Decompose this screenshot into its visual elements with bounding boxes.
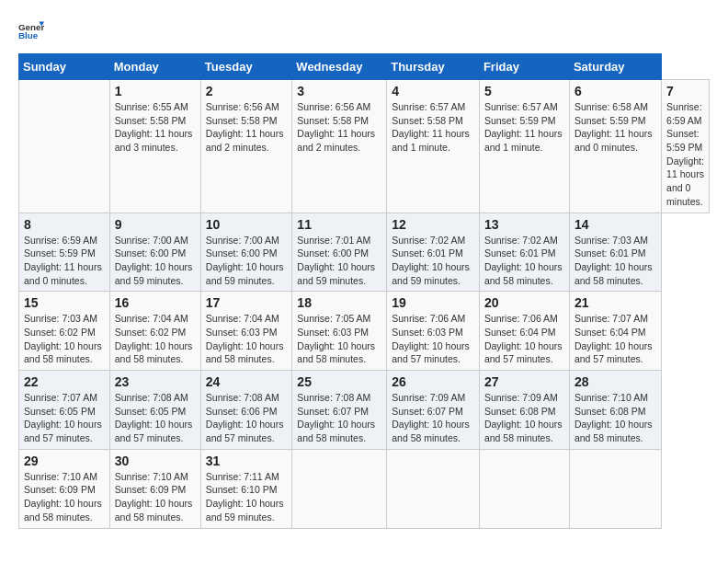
calendar-week-row: 29Sunrise: 7:10 AMSunset: 6:09 PMDayligh… — [19, 449, 710, 528]
day-number: 17 — [206, 295, 288, 310]
calendar-cell — [19, 80, 110, 213]
calendar-cell: 10Sunrise: 7:00 AMSunset: 6:00 PMDayligh… — [200, 213, 292, 292]
day-number: 18 — [297, 295, 381, 310]
day-info: Sunrise: 6:57 AMSunset: 5:58 PMDaylight:… — [392, 100, 474, 155]
calendar-cell: 18Sunrise: 7:05 AMSunset: 6:03 PMDayligh… — [292, 292, 387, 371]
day-number: 31 — [206, 454, 288, 468]
day-info: Sunrise: 7:10 AMSunset: 6:09 PMDaylight:… — [24, 470, 105, 524]
day-info: Sunrise: 7:09 AMSunset: 6:08 PMDaylight:… — [484, 391, 564, 445]
column-header-thursday: Thursday — [387, 54, 480, 80]
calendar-cell: 28Sunrise: 7:10 AMSunset: 6:08 PMDayligh… — [569, 371, 661, 450]
calendar-cell: 23Sunrise: 7:08 AMSunset: 6:05 PMDayligh… — [109, 371, 200, 450]
calendar-cell: 11Sunrise: 7:01 AMSunset: 6:00 PMDayligh… — [292, 213, 387, 292]
calendar-cell: 25Sunrise: 7:08 AMSunset: 6:07 PMDayligh… — [292, 371, 387, 450]
calendar-week-row: 22Sunrise: 7:07 AMSunset: 6:05 PMDayligh… — [19, 371, 710, 450]
day-info: Sunrise: 7:02 AMSunset: 6:01 PMDaylight:… — [392, 234, 474, 288]
calendar-cell: 19Sunrise: 7:06 AMSunset: 6:03 PMDayligh… — [387, 292, 480, 371]
calendar-table: SundayMondayTuesdayWednesdayThursdayFrid… — [18, 53, 710, 529]
day-info: Sunrise: 6:55 AMSunset: 5:58 PMDaylight:… — [115, 100, 196, 155]
day-info: Sunrise: 7:03 AMSunset: 6:01 PMDaylight:… — [574, 234, 656, 288]
svg-text:Blue: Blue — [18, 30, 39, 40]
calendar-cell: 22Sunrise: 7:07 AMSunset: 6:05 PMDayligh… — [19, 371, 110, 450]
day-info: Sunrise: 7:00 AMSunset: 6:00 PMDaylight:… — [206, 234, 288, 288]
day-number: 16 — [115, 295, 196, 310]
calendar-cell: 30Sunrise: 7:10 AMSunset: 6:09 PMDayligh… — [109, 449, 200, 528]
day-number: 13 — [484, 217, 564, 232]
calendar-week-row: 1Sunrise: 6:55 AMSunset: 5:58 PMDaylight… — [19, 80, 710, 213]
day-info: Sunrise: 6:56 AMSunset: 5:58 PMDaylight:… — [206, 100, 288, 155]
calendar-cell: 7Sunrise: 6:59 AMSunset: 5:59 PMDaylight… — [662, 80, 710, 213]
day-number: 4 — [392, 84, 474, 98]
calendar-cell: 24Sunrise: 7:08 AMSunset: 6:06 PMDayligh… — [200, 371, 292, 450]
calendar-cell — [387, 449, 480, 528]
calendar-cell: 14Sunrise: 7:03 AMSunset: 6:01 PMDayligh… — [569, 213, 661, 292]
day-number: 22 — [24, 374, 105, 389]
day-info: Sunrise: 6:59 AMSunset: 5:59 PMDaylight:… — [24, 234, 105, 288]
day-number: 19 — [392, 295, 474, 310]
column-header-tuesday: Tuesday — [200, 54, 292, 80]
day-number: 1 — [115, 84, 196, 98]
calendar-cell — [292, 449, 387, 528]
calendar-cell: 6Sunrise: 6:58 AMSunset: 5:59 PMDaylight… — [569, 80, 661, 213]
calendar-cell: 15Sunrise: 7:03 AMSunset: 6:02 PMDayligh… — [19, 292, 110, 371]
calendar-cell: 4Sunrise: 6:57 AMSunset: 5:58 PMDaylight… — [387, 80, 480, 213]
calendar-cell: 2Sunrise: 6:56 AMSunset: 5:58 PMDaylight… — [200, 80, 292, 213]
day-info: Sunrise: 7:10 AMSunset: 6:09 PMDaylight:… — [115, 470, 196, 524]
day-number: 12 — [392, 217, 474, 232]
day-info: Sunrise: 7:00 AMSunset: 6:00 PMDaylight:… — [115, 234, 196, 288]
day-number: 9 — [115, 217, 196, 232]
day-number: 28 — [574, 374, 656, 389]
day-number: 20 — [484, 295, 564, 310]
day-info: Sunrise: 7:11 AMSunset: 6:10 PMDaylight:… — [206, 470, 288, 524]
day-number: 24 — [206, 374, 288, 389]
day-info: Sunrise: 7:01 AMSunset: 6:00 PMDaylight:… — [297, 234, 381, 288]
calendar-cell: 5Sunrise: 6:57 AMSunset: 5:59 PMDaylight… — [479, 80, 569, 213]
day-info: Sunrise: 7:04 AMSunset: 6:03 PMDaylight:… — [206, 312, 288, 366]
calendar-cell — [569, 449, 661, 528]
day-number: 3 — [297, 84, 381, 98]
calendar-cell: 8Sunrise: 6:59 AMSunset: 5:59 PMDaylight… — [19, 213, 110, 292]
page-header: General Blue — [18, 18, 710, 44]
day-info: Sunrise: 7:10 AMSunset: 6:08 PMDaylight:… — [574, 391, 656, 445]
day-info: Sunrise: 7:03 AMSunset: 6:02 PMDaylight:… — [24, 312, 105, 366]
calendar-cell: 16Sunrise: 7:04 AMSunset: 6:02 PMDayligh… — [109, 292, 200, 371]
day-info: Sunrise: 7:09 AMSunset: 6:07 PMDaylight:… — [392, 391, 474, 445]
day-info: Sunrise: 7:02 AMSunset: 6:01 PMDaylight:… — [484, 234, 564, 288]
day-number: 8 — [24, 217, 105, 232]
calendar-cell: 17Sunrise: 7:04 AMSunset: 6:03 PMDayligh… — [200, 292, 292, 371]
day-info: Sunrise: 7:07 AMSunset: 6:04 PMDaylight:… — [574, 312, 656, 366]
column-header-wednesday: Wednesday — [292, 54, 387, 80]
calendar-body: 1Sunrise: 6:55 AMSunset: 5:58 PMDaylight… — [19, 80, 710, 529]
day-info: Sunrise: 6:57 AMSunset: 5:59 PMDaylight:… — [484, 100, 564, 155]
calendar-week-row: 15Sunrise: 7:03 AMSunset: 6:02 PMDayligh… — [19, 292, 710, 371]
day-number: 6 — [574, 84, 656, 98]
logo: General Blue — [18, 18, 44, 44]
day-number: 23 — [115, 374, 196, 389]
day-number: 26 — [392, 374, 474, 389]
calendar-cell: 31Sunrise: 7:11 AMSunset: 6:10 PMDayligh… — [200, 449, 292, 528]
day-info: Sunrise: 7:04 AMSunset: 6:02 PMDaylight:… — [115, 312, 196, 366]
day-info: Sunrise: 7:07 AMSunset: 6:05 PMDaylight:… — [24, 391, 105, 445]
day-info: Sunrise: 6:58 AMSunset: 5:59 PMDaylight:… — [574, 100, 656, 155]
day-info: Sunrise: 7:08 AMSunset: 6:07 PMDaylight:… — [297, 391, 381, 445]
column-header-monday: Monday — [109, 54, 200, 80]
day-number: 5 — [484, 84, 564, 98]
day-number: 11 — [297, 217, 381, 232]
day-number: 14 — [574, 217, 656, 232]
day-info: Sunrise: 6:56 AMSunset: 5:58 PMDaylight:… — [297, 100, 381, 155]
calendar-cell: 13Sunrise: 7:02 AMSunset: 6:01 PMDayligh… — [479, 213, 569, 292]
calendar-cell: 9Sunrise: 7:00 AMSunset: 6:00 PMDaylight… — [109, 213, 200, 292]
calendar-cell: 26Sunrise: 7:09 AMSunset: 6:07 PMDayligh… — [387, 371, 480, 450]
calendar-cell: 12Sunrise: 7:02 AMSunset: 6:01 PMDayligh… — [387, 213, 480, 292]
column-header-saturday: Saturday — [569, 54, 661, 80]
day-number: 10 — [206, 217, 288, 232]
calendar-header-row: SundayMondayTuesdayWednesdayThursdayFrid… — [19, 54, 710, 80]
day-number: 29 — [24, 454, 105, 468]
column-header-friday: Friday — [479, 54, 569, 80]
day-number: 25 — [297, 374, 381, 389]
day-number: 30 — [115, 454, 196, 468]
day-info: Sunrise: 7:08 AMSunset: 6:05 PMDaylight:… — [115, 391, 196, 445]
day-number: 21 — [574, 295, 656, 310]
calendar-cell: 29Sunrise: 7:10 AMSunset: 6:09 PMDayligh… — [19, 449, 110, 528]
column-header-sunday: Sunday — [19, 54, 110, 80]
